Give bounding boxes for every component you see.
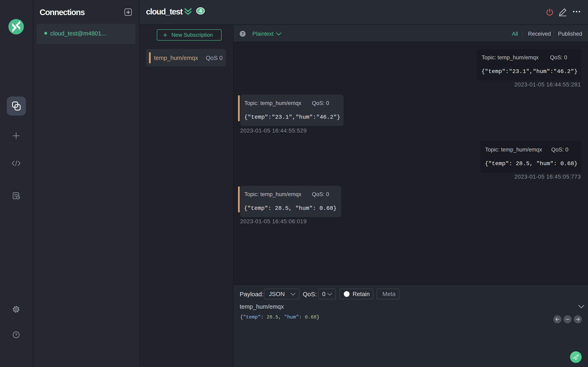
svg-text:?: ?: [15, 333, 17, 337]
